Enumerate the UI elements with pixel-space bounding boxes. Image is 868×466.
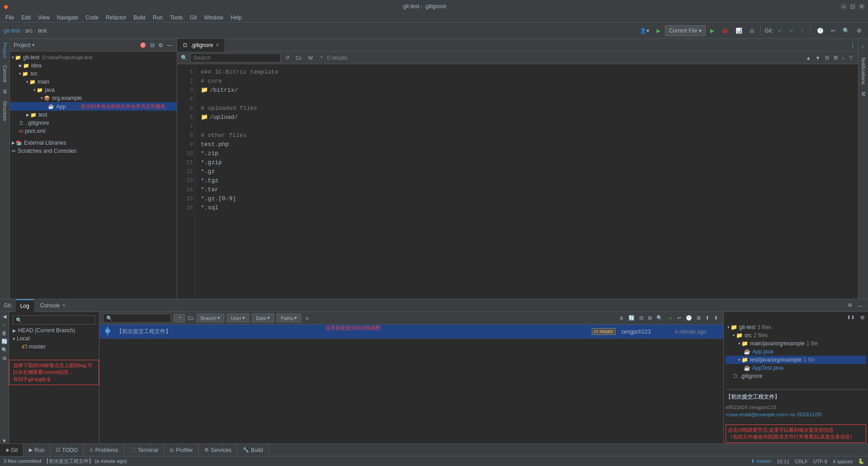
tree-root[interactable]: ▾ 📁 git-test D:\IdeaProjects\git-test xyxy=(10,53,177,61)
sidebar-item-structure[interactable]: M xyxy=(1,86,9,97)
search-filter-button[interactable]: ▽ xyxy=(847,54,854,61)
menu-navigate[interactable]: Navigate xyxy=(53,14,82,22)
match-word-button[interactable]: W xyxy=(306,54,314,61)
menu-tools[interactable]: Tools xyxy=(166,14,186,22)
git-refresh-log-button[interactable]: 🔄 xyxy=(627,314,637,322)
run-button[interactable]: ▶ xyxy=(708,26,717,36)
branch-head[interactable]: ▶ HEAD (Current Branch) xyxy=(9,326,99,334)
menu-file[interactable]: File xyxy=(2,14,18,22)
status-indent[interactable]: 4 spaces xyxy=(833,459,853,464)
git-clock-button[interactable]: 🕐 xyxy=(684,314,694,322)
git-bottom-button[interactable]: ▼ xyxy=(2,438,7,443)
git-search-log-button[interactable]: 🔍 xyxy=(655,314,665,322)
status-git-branch[interactable]: ⬆ master xyxy=(751,458,772,464)
git-check-button[interactable]: ✓ xyxy=(775,26,785,36)
branch-local[interactable]: ▾ Local xyxy=(9,334,99,343)
tree-org-example[interactable]: ▾ 📦 org.example xyxy=(10,94,177,102)
search-multi-button[interactable]: ⊟ xyxy=(823,54,831,61)
bottom-tab-todo[interactable]: ☑ TODO xyxy=(50,444,83,457)
bottom-tab-services[interactable]: ⚙ Services xyxy=(199,444,237,457)
tree-gitignore[interactable]: 🗋 . gitignore xyxy=(10,119,177,127)
git-sort-desc-button[interactable]: ⬇ xyxy=(712,314,720,322)
right-tree-src[interactable]: ▾ 📁 src 2 files xyxy=(726,331,866,339)
menu-help[interactable]: Help xyxy=(227,14,245,22)
git-collapse-button[interactable]: ◀ xyxy=(3,314,6,320)
menu-edit[interactable]: Edit xyxy=(18,14,34,22)
minimize-button[interactable]: — xyxy=(841,4,846,9)
git-collapse-log-button[interactable]: ⊟ xyxy=(637,314,645,322)
notification-item[interactable]: ✓ xyxy=(859,41,867,54)
tree-scratches[interactable]: ✏ Scratches and Consoles xyxy=(10,147,177,155)
collapse-all-button[interactable]: ⊟ xyxy=(149,41,156,49)
close-panel-button[interactable]: — xyxy=(166,41,173,49)
git-sort-asc-button[interactable]: ⬆ xyxy=(703,314,711,322)
tree-idea[interactable]: ▶ 📁 idea xyxy=(10,61,177,70)
git-settings-left-button[interactable]: ⚙ xyxy=(2,356,7,362)
run-green-button[interactable]: ▶ xyxy=(654,26,663,36)
branch-search-input[interactable] xyxy=(13,315,95,325)
search-down-button[interactable]: ▼ xyxy=(814,54,822,61)
coverage-button[interactable]: 📊 xyxy=(733,26,745,36)
debug-button[interactable]: 🐞 xyxy=(719,26,731,36)
status-encoding[interactable]: UTF-8 xyxy=(813,459,827,464)
git-check2-button[interactable]: ✓ xyxy=(787,26,797,36)
git-pick-button[interactable]: ↑+ xyxy=(665,314,675,322)
bottom-close-button[interactable]: — xyxy=(856,301,864,309)
sidebar-item-project[interactable]: Project xyxy=(1,39,9,61)
git-expand-log-button[interactable]: ⊞ xyxy=(646,314,654,322)
match-case-button[interactable]: Cc xyxy=(294,54,303,61)
profile-button[interactable]: ◎ xyxy=(747,26,757,36)
undo-button[interactable]: ↩ xyxy=(828,26,838,36)
bottom-tab-terminal[interactable]: ⬛ Terminal xyxy=(124,444,164,457)
bottom-tab-profiler[interactable]: ◎ Profiler xyxy=(164,444,199,457)
tree-java[interactable]: ▾ 📁 java xyxy=(10,86,177,94)
git-commit-row[interactable]: 【初次提交工程文件】 🏷 master zengpch123 A minute … xyxy=(99,325,723,339)
tab-console[interactable]: Console ✕ xyxy=(36,299,70,312)
settings-panel-button[interactable]: ⚙ xyxy=(157,41,164,49)
user-filter-button[interactable]: User ▾ xyxy=(227,314,249,322)
search-input[interactable] xyxy=(190,53,281,62)
breadcrumb-test[interactable]: test xyxy=(38,28,47,34)
menu-refactor[interactable]: Refactor xyxy=(102,14,130,22)
notification-label[interactable]: Notifications xyxy=(860,54,867,88)
tree-main[interactable]: ▾ 📁 main xyxy=(10,78,177,86)
menu-git[interactable]: Git xyxy=(186,14,200,22)
search-in-files-button[interactable]: ⊞ xyxy=(832,54,840,61)
search-prev-button[interactable]: ↺ xyxy=(283,54,291,61)
right-panel-expand-button[interactable]: ⊞ xyxy=(859,314,866,321)
git-log-search[interactable] xyxy=(103,314,171,323)
settings-button[interactable]: ⚙ xyxy=(854,26,864,36)
search-replace-button[interactable]: ↕ xyxy=(840,54,847,61)
bottom-tab-run[interactable]: ▶ Run xyxy=(24,444,50,457)
git-set-button[interactable]: ≡ xyxy=(304,315,310,322)
maximize-button[interactable]: ▢ xyxy=(850,4,855,9)
tree-app-java[interactable]: ☕ App ← 提交到本地仓库的文件会变为正常颜色 xyxy=(10,102,177,111)
right-tree-gitignore[interactable]: 🗋 .gitignore xyxy=(726,372,866,380)
branch-master[interactable]: 🏷 master xyxy=(9,343,99,351)
breadcrumb-src[interactable]: src xyxy=(25,28,33,34)
tree-external-libs[interactable]: ▶ 📚 External Libraries xyxy=(10,139,177,147)
right-tree-apptest-java[interactable]: ☕ AppTest.java xyxy=(726,364,866,372)
tree-test[interactable]: ▶ 📁 test xyxy=(10,111,177,119)
tab-log[interactable]: Log xyxy=(16,299,34,312)
git-search-left-button[interactable]: 🔍 xyxy=(1,347,8,353)
run-config-dropdown[interactable]: Current File ▾ xyxy=(665,25,706,36)
regex-button[interactable]: .* xyxy=(317,54,324,61)
git-pause-button[interactable]: ⏸ xyxy=(617,314,626,322)
git-add-button[interactable]: + xyxy=(3,322,5,328)
notification-m[interactable]: M xyxy=(860,88,867,99)
editor-settings-button[interactable]: ⋮ xyxy=(849,41,856,49)
date-filter-button[interactable]: Date ▾ xyxy=(252,314,274,322)
menu-view[interactable]: View xyxy=(34,14,53,22)
sidebar-item-commit[interactable]: Commit xyxy=(1,61,9,86)
git-filter-regex-button[interactable]: .* xyxy=(174,314,185,322)
status-line[interactable]: 15:11 xyxy=(777,459,790,464)
tab-close-button[interactable]: ✕ xyxy=(216,42,219,47)
bottom-tab-problems[interactable]: ⚠ Problems xyxy=(84,444,124,457)
close-button[interactable]: ✕ xyxy=(859,4,864,9)
search-up-button[interactable]: ▲ xyxy=(804,54,813,61)
bottom-tab-git[interactable]: ◈ Git xyxy=(0,444,24,457)
right-tree-test-path[interactable]: ▾ 📁 test/java/org/example 1 file xyxy=(726,356,866,364)
console-close-icon[interactable]: ✕ xyxy=(62,303,66,308)
git-grid-button[interactable]: ⊞ xyxy=(695,314,703,322)
